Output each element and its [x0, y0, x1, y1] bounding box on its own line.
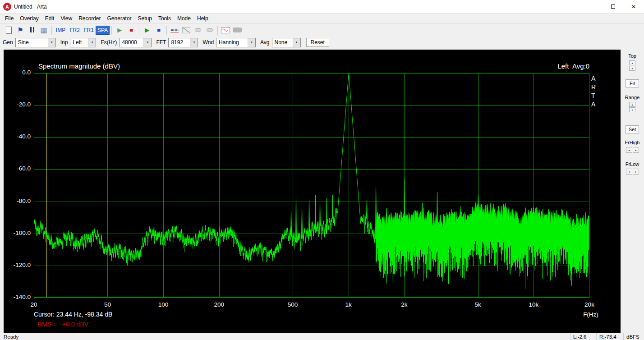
new-document-button[interactable]	[3, 25, 14, 36]
menu-help[interactable]: Help	[194, 14, 212, 23]
toolbar-separator	[166, 26, 167, 35]
reset-button[interactable]: Reset	[306, 38, 329, 47]
gen-dropdown[interactable]: Sine ▼	[15, 38, 56, 47]
top-up-button[interactable]: ▲	[629, 60, 635, 65]
watermark-letter: A	[591, 100, 596, 109]
top-spinner: ▲ ▼	[629, 60, 635, 71]
pause-icon	[29, 26, 35, 34]
mode-button-imp[interactable]: IMP	[54, 26, 68, 35]
frlow-left-button[interactable]: ◄	[626, 169, 632, 175]
x-tick-label: 10k	[520, 301, 547, 308]
fft-dropdown[interactable]: 8192 ▼	[168, 38, 198, 47]
watermark-letter: T	[591, 92, 596, 100]
pause-button[interactable]	[26, 25, 38, 36]
menu-edit[interactable]: Edit	[42, 14, 58, 23]
disabled-overlay-button	[180, 25, 192, 36]
frhigh-right-button[interactable]: ►	[633, 147, 639, 153]
grid-icon: ▦	[40, 27, 47, 34]
x-tick-label: 200	[206, 301, 233, 308]
frhigh-left-button[interactable]: ◄	[626, 147, 632, 153]
x-tick-label: 1k	[335, 301, 362, 308]
avg-dropdown[interactable]: None ▼	[272, 38, 301, 47]
status-bar: Ready L:-2.6 R:-73.4 dBFS	[0, 333, 644, 340]
fs-dropdown[interactable]: 48000 ▼	[119, 38, 152, 47]
x-axis-unit-label: F(Hz)	[577, 311, 604, 318]
overlay-flag-button[interactable]: ⚑	[14, 25, 26, 36]
top-label: Top	[621, 53, 644, 59]
marker-button-1	[192, 25, 204, 36]
generator-play-button[interactable]: ▶	[114, 25, 125, 36]
chevron-down-icon: ▼	[48, 38, 55, 47]
menu-generator[interactable]: Generator	[104, 14, 135, 23]
range-down-button[interactable]: ▼	[629, 107, 635, 112]
frlow-label: FrLow	[621, 161, 644, 167]
menu-tools[interactable]: Tools	[155, 14, 174, 23]
wnd-label: Wnd	[202, 39, 214, 46]
watermark-letter: R	[591, 83, 596, 92]
right-level-readout: R:-73.4	[596, 333, 623, 340]
y-tick-label: -40.0	[5, 133, 31, 140]
inp-value: Left	[70, 39, 88, 46]
maximize-icon	[611, 5, 615, 9]
wnd-dropdown[interactable]: Hanning ▼	[216, 38, 256, 47]
frhigh-spinner: ◄ ►	[626, 147, 639, 153]
frlow-spinner: ◄ ►	[626, 169, 639, 175]
x-tick-label: 20k	[576, 301, 603, 308]
crossed-icon	[182, 27, 190, 33]
sine-wave-icon	[221, 27, 230, 33]
frhigh-label: FrHigh	[621, 140, 644, 145]
stop-icon: ■	[157, 27, 161, 33]
avg-label: Avg	[260, 39, 269, 46]
window-title: Untitled - Arta	[14, 4, 47, 10]
set-button[interactable]: Set	[626, 125, 639, 133]
record-button[interactable]: ■	[125, 25, 137, 36]
x-tick-label: 500	[279, 301, 306, 308]
menu-setup[interactable]: Setup	[135, 14, 155, 23]
mode-button-fr1[interactable]: FR1	[82, 26, 96, 35]
menu-mode[interactable]: Mode	[174, 14, 194, 23]
marker-icon	[207, 28, 213, 32]
toolbar-separator	[217, 26, 218, 35]
maximize-button[interactable]	[603, 0, 623, 14]
toolbar: ⚑ ▦ IMP FR2 FR1 SPA ▶ ■ ▶ ■ ABC	[0, 23, 644, 36]
fft-label: FFT	[156, 39, 166, 46]
x-tick-label: 5k	[465, 301, 492, 308]
spectrum-canvas[interactable]	[34, 73, 589, 298]
record-icon: ■	[129, 27, 133, 33]
mode-button-spa[interactable]: SPA	[96, 26, 110, 35]
chevron-down-icon: ▼	[293, 38, 300, 47]
wnd-value: Hanning	[216, 39, 248, 46]
chevron-down-icon: ▼	[143, 38, 151, 47]
rms-readout: RMS = +0.0 dBV	[37, 321, 88, 328]
y-tick-label: -60.0	[5, 165, 31, 172]
fit-button[interactable]: Fit	[626, 79, 639, 87]
menu-file[interactable]: File	[2, 14, 17, 23]
stop-button[interactable]: ■	[153, 25, 165, 36]
range-up-button[interactable]: ▲	[629, 102, 635, 107]
toolbar-separator	[139, 26, 139, 35]
menu-view[interactable]: View	[57, 14, 75, 23]
signal-wave-button[interactable]	[220, 25, 231, 36]
abc-label-button[interactable]: ABC	[169, 25, 180, 36]
minimize-button[interactable]: —	[582, 0, 603, 14]
menu-overlay[interactable]: Overlay	[17, 14, 41, 23]
toolbar-separator	[51, 26, 52, 35]
frlow-right-button[interactable]: ►	[633, 169, 639, 175]
inp-dropdown[interactable]: Left ▼	[70, 38, 96, 47]
y-tick-label: -20.0	[5, 101, 31, 108]
top-down-button[interactable]: ▼	[629, 66, 635, 71]
table-view-button[interactable]: ▦	[38, 25, 50, 36]
close-button[interactable]: ✕	[623, 0, 644, 14]
channel-info: Left Avg:0	[557, 62, 589, 70]
chevron-down-icon: ▼	[248, 38, 255, 47]
y-tick-label: -120.0	[5, 262, 31, 268]
mode-button-fr2[interactable]: FR2	[68, 26, 82, 35]
titlebar: A Untitled - Arta — ✕	[0, 0, 644, 14]
play-button[interactable]: ▶	[141, 25, 153, 36]
status-text: Ready	[0, 334, 570, 340]
document-icon	[6, 27, 12, 34]
marker-icon	[195, 28, 201, 32]
spectrum-plot-panel: Spectrum magnitude (dBV) Left Avg:0 A R …	[4, 50, 621, 333]
menu-recorder[interactable]: Recorder	[75, 14, 104, 23]
x-tick-label: 50	[94, 301, 121, 308]
